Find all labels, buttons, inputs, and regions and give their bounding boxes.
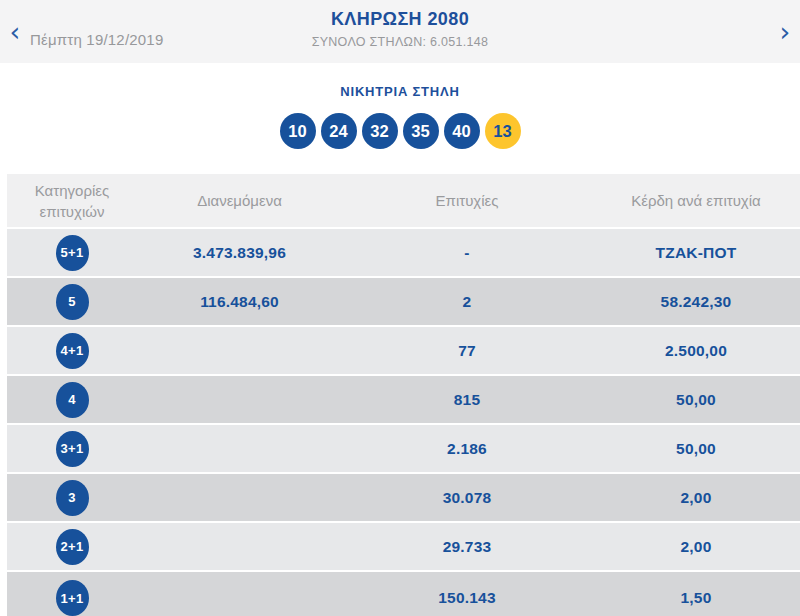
draw-title: ΚΛΗΡΩΣΗ 2080 bbox=[0, 9, 800, 30]
category-badge: 3+1 bbox=[56, 431, 89, 467]
table-header-row: Κατηγορίες επιτυχιών Διανεμόμενα Επιτυχί… bbox=[7, 174, 800, 227]
total-columns-label: ΣΥΝΟΛΟ ΣΤΗΛΩΝ: 6.051.148 bbox=[0, 35, 800, 49]
winning-number-ball: 35 bbox=[403, 113, 439, 149]
category-badge: 2+1 bbox=[56, 529, 89, 565]
winning-number-ball: 24 bbox=[321, 113, 357, 149]
winning-column-title: ΝΙΚΗΤΡΙΑ ΣΤΗΛΗ bbox=[0, 84, 800, 99]
category-badge: 5 bbox=[56, 284, 89, 320]
category-badge: 1+1 bbox=[56, 580, 89, 616]
table-row: 3+1 2.186 50,00 bbox=[7, 425, 800, 472]
winners-cell: 29.733 bbox=[342, 538, 592, 556]
winning-numbers-row: 10 24 32 35 40 13 bbox=[0, 113, 800, 149]
category-badge: 4+1 bbox=[56, 333, 89, 369]
header-distributed: Διανεμόμενα bbox=[137, 192, 342, 209]
winners-cell: 30.078 bbox=[342, 489, 592, 507]
prize-cell: 2,00 bbox=[592, 538, 800, 556]
next-draw-button[interactable]: › bbox=[772, 17, 798, 47]
prize-cell: 1,50 bbox=[592, 589, 800, 607]
prize-cell: 58.242,30 bbox=[592, 293, 800, 311]
winners-cell: 150.143 bbox=[342, 589, 592, 607]
table-row: 3 30.078 2,00 bbox=[7, 474, 800, 521]
prize-results-table: Κατηγορίες επιτυχιών Διανεμόμενα Επιτυχί… bbox=[7, 174, 800, 616]
winners-cell: 2.186 bbox=[342, 440, 592, 458]
bonus-number-ball: 13 bbox=[485, 113, 521, 149]
table-body: 5+1 3.473.839,96 - ΤΖΑΚ-ΠΟΤ 5 116.484,60… bbox=[7, 229, 800, 616]
category-badge: 5+1 bbox=[56, 235, 89, 271]
prize-cell: 2.500,00 bbox=[592, 342, 800, 360]
winning-number-ball: 40 bbox=[444, 113, 480, 149]
table-row: 4+1 77 2.500,00 bbox=[7, 327, 800, 374]
distributed-cell: 116.484,60 bbox=[137, 293, 342, 311]
table-row: 5 116.484,60 2 58.242,30 bbox=[7, 278, 800, 325]
winning-column-section: ΝΙΚΗΤΡΙΑ ΣΤΗΛΗ 10 24 32 35 40 13 bbox=[0, 84, 800, 149]
category-badge: 4 bbox=[56, 382, 89, 418]
prize-cell: 50,00 bbox=[592, 391, 800, 409]
table-row: 5+1 3.473.839,96 - ΤΖΑΚ-ΠΟΤ bbox=[7, 229, 800, 276]
header-category: Κατηγορίες επιτυχιών bbox=[7, 180, 137, 222]
header-winners: Επιτυχίες bbox=[342, 192, 592, 209]
category-badge: 3 bbox=[56, 480, 89, 516]
winners-cell: - bbox=[342, 244, 592, 262]
distributed-cell: 3.473.839,96 bbox=[137, 244, 342, 262]
winning-number-ball: 32 bbox=[362, 113, 398, 149]
header-prize: Κέρδη ανά επιτυχία bbox=[592, 192, 800, 209]
draw-nav-header: ‹ Πέμπτη 19/12/2019 ΚΛΗΡΩΣΗ 2080 ΣΥΝΟΛΟ … bbox=[0, 0, 800, 63]
prize-cell: 2,00 bbox=[592, 489, 800, 507]
chevron-right-icon: › bbox=[780, 16, 791, 47]
prize-cell: 50,00 bbox=[592, 440, 800, 458]
table-row: 4 815 50,00 bbox=[7, 376, 800, 423]
table-row: 1+1 150.143 1,50 bbox=[7, 572, 800, 616]
winners-cell: 77 bbox=[342, 342, 592, 360]
prize-cell: ΤΖΑΚ-ΠΟΤ bbox=[592, 244, 800, 262]
table-row: 2+1 29.733 2,00 bbox=[7, 523, 800, 570]
winners-cell: 815 bbox=[342, 391, 592, 409]
winners-cell: 2 bbox=[342, 293, 592, 311]
winning-number-ball: 10 bbox=[280, 113, 316, 149]
